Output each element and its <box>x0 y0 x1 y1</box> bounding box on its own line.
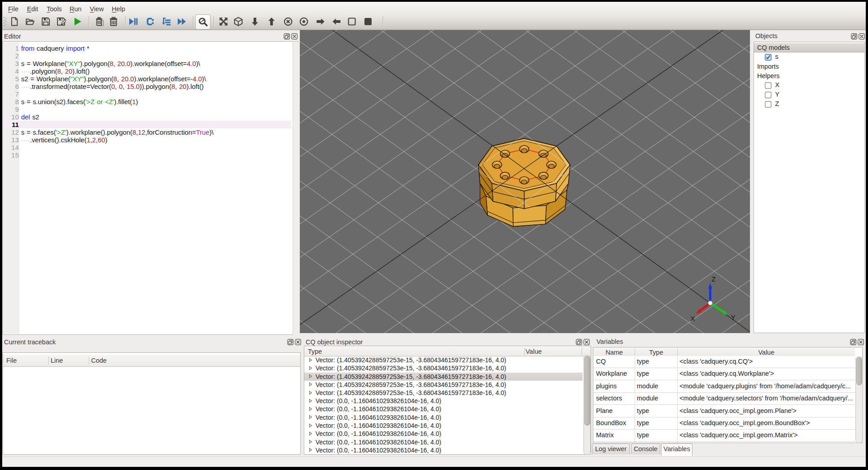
svg-text:Y: Y <box>731 313 736 321</box>
svg-text:X: X <box>691 315 695 322</box>
svg-text:Z: Z <box>712 275 716 283</box>
